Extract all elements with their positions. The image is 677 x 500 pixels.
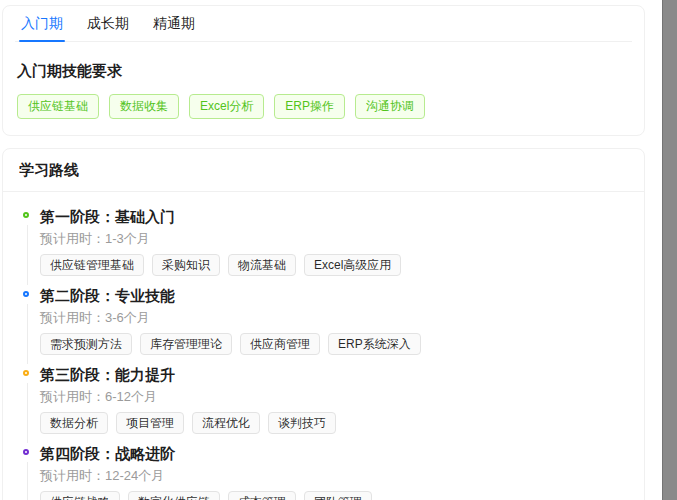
stage-tags: 供应链管理基础采购知识物流基础Excel高级应用 — [40, 254, 628, 276]
stage-skill-tag: ERP系统深入 — [328, 333, 421, 355]
skills-section: 入门期技能要求 供应链基础数据收集Excel分析ERP操作沟通协调 — [3, 42, 644, 136]
timeline-stage: 第二阶段：专业技能 预计用时：3-6个月 需求预测方法库存管理理论供应商管理ER… — [23, 285, 628, 364]
stage-content: 第三阶段：能力提升 预计用时：6-12个月 数据分析项目管理流程优化谈判技巧 — [40, 364, 628, 434]
stage-skill-tag: 项目管理 — [116, 412, 184, 434]
tab-item-3[interactable]: 精通期 — [151, 6, 197, 41]
stage-skill-tag: 供应商管理 — [240, 333, 320, 355]
stage-content: 第二阶段：专业技能 预计用时：3-6个月 需求预测方法库存管理理论供应商管理ER… — [40, 285, 628, 355]
stage-title: 第四阶段：战略进阶 — [40, 443, 628, 464]
timeline-stage: 第三阶段：能力提升 预计用时：6-12个月 数据分析项目管理流程优化谈判技巧 — [23, 364, 628, 443]
stage-content: 第一阶段：基础入门 预计用时：1-3个月 供应链管理基础采购知识物流基础Exce… — [40, 206, 628, 276]
stage-duration: 预计用时：12-24个月 — [40, 467, 628, 484]
stage-tail-line — [27, 225, 28, 285]
stage-skill-tag: Excel高级应用 — [304, 254, 401, 276]
stage-duration: 预计用时：3-6个月 — [40, 309, 628, 326]
stage-skill-tag: 数字化供应链 — [128, 491, 220, 500]
stage-tail-line — [27, 462, 28, 500]
stage-tabs: 入门期成长期精通期 — [15, 6, 632, 42]
skills-section-title: 入门期技能要求 — [17, 62, 630, 81]
skill-tag: 沟通协调 — [355, 94, 425, 119]
stage-tags: 需求预测方法库存管理理论供应商管理ERP系统深入 — [40, 333, 628, 355]
stage-skill-tag: 库存管理理论 — [140, 333, 232, 355]
stage-dot-icon — [23, 449, 29, 455]
tab-item-2[interactable]: 成长期 — [85, 6, 131, 41]
skill-tag: ERP操作 — [274, 94, 345, 119]
stage-skill-tag: 谈判技巧 — [268, 412, 336, 434]
timeline-stage: 第四阶段：战略进阶 预计用时：12-24个月 供应链战略数字化供应链成本管理团队… — [23, 443, 628, 500]
skills-card: 入门期成长期精通期 入门期技能要求 供应链基础数据收集Excel分析ERP操作沟… — [2, 5, 645, 136]
skill-tag: 数据收集 — [109, 94, 179, 119]
stage-skill-tag: 流程优化 — [192, 412, 260, 434]
skill-tags: 供应链基础数据收集Excel分析ERP操作沟通协调 — [17, 94, 630, 119]
stage-dot-icon — [23, 370, 29, 376]
stage-tags: 供应链战略数字化供应链成本管理团队管理 — [40, 491, 628, 500]
scrollbar[interactable] — [662, 0, 677, 500]
page: 入门期成长期精通期 入门期技能要求 供应链基础数据收集Excel分析ERP操作沟… — [0, 0, 677, 500]
stage-dot-icon — [23, 291, 29, 297]
learning-path-title: 学习路线 — [3, 149, 644, 192]
skill-tag: Excel分析 — [189, 94, 264, 119]
stage-title: 第一阶段：基础入门 — [40, 206, 628, 227]
stage-tail-line — [27, 383, 28, 443]
stage-duration: 预计用时：1-3个月 — [40, 230, 628, 247]
stage-dot-icon — [23, 212, 29, 218]
stage-skill-tag: 采购知识 — [152, 254, 220, 276]
stage-skill-tag: 供应链管理基础 — [40, 254, 144, 276]
stage-skill-tag: 数据分析 — [40, 412, 108, 434]
learning-path-card: 学习路线 第一阶段：基础入门 预计用时：1-3个月 供应链管理基础采购知识物流基… — [2, 148, 645, 500]
stage-skill-tag: 需求预测方法 — [40, 333, 132, 355]
main-content: 入门期成长期精通期 入门期技能要求 供应链基础数据收集Excel分析ERP操作沟… — [2, 5, 645, 500]
stage-tags: 数据分析项目管理流程优化谈判技巧 — [40, 412, 628, 434]
stage-title: 第三阶段：能力提升 — [40, 364, 628, 385]
stage-title: 第二阶段：专业技能 — [40, 285, 628, 306]
timeline: 第一阶段：基础入门 预计用时：1-3个月 供应链管理基础采购知识物流基础Exce… — [3, 192, 644, 500]
tab-item-1[interactable]: 入门期 — [19, 6, 65, 41]
stage-skill-tag: 物流基础 — [228, 254, 296, 276]
stage-skill-tag: 团队管理 — [304, 491, 372, 500]
timeline-stage: 第一阶段：基础入门 预计用时：1-3个月 供应链管理基础采购知识物流基础Exce… — [23, 206, 628, 285]
stage-skill-tag: 供应链战略 — [40, 491, 120, 500]
stage-skill-tag: 成本管理 — [228, 491, 296, 500]
stage-content: 第四阶段：战略进阶 预计用时：12-24个月 供应链战略数字化供应链成本管理团队… — [40, 443, 628, 500]
stage-tail-line — [27, 304, 28, 364]
stage-duration: 预计用时：6-12个月 — [40, 388, 628, 405]
skill-tag: 供应链基础 — [17, 94, 99, 119]
